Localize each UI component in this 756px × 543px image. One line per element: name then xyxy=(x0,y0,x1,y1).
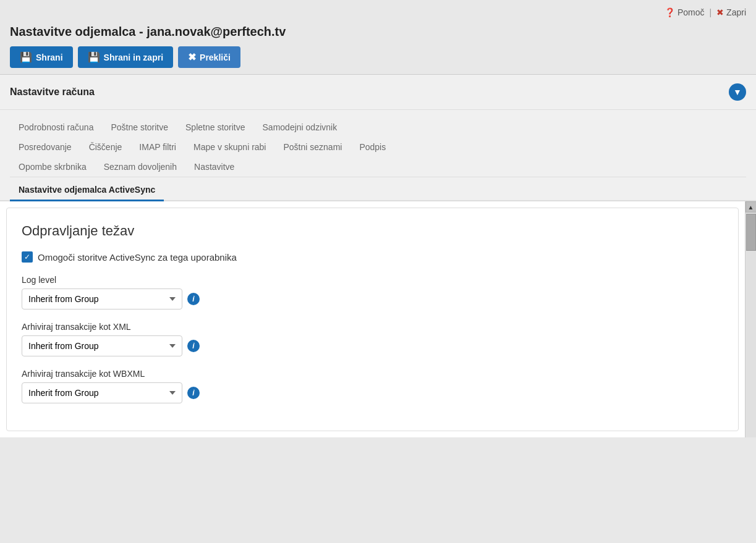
scrollbar[interactable]: ▲ xyxy=(745,201,756,437)
cancel-button[interactable]: ✖ Prekliči xyxy=(178,46,240,68)
topbar: ❓ Pomoč | ✖ Zapri xyxy=(0,0,756,22)
page-header: Nastavitve odjemalca - jana.novak@perfte… xyxy=(0,22,756,74)
toolbar: 💾 Shrani 💾 Shrani in zapri ✖ Prekliči xyxy=(10,46,746,68)
archive-wbxml-select[interactable]: Inherit from Group Yes No xyxy=(22,382,182,403)
tab-mape[interactable]: Mape v skupni rabi xyxy=(185,137,275,157)
save-close-button[interactable]: 💾 Shrani in zapri xyxy=(78,46,173,68)
archive-xml-label: Arhiviraj transakcije kot XML xyxy=(22,322,723,332)
tab-postni-seznami[interactable]: Poštni seznami xyxy=(274,137,350,157)
cancel-icon: ✖ xyxy=(188,51,196,63)
scroll-up-button[interactable]: ▲ xyxy=(745,201,757,213)
archive-xml-field: Arhiviraj transakcije kot XML Inherit fr… xyxy=(22,322,723,356)
help-label: Pomoč xyxy=(677,7,705,17)
save-label: Shrani xyxy=(36,53,63,62)
tab-imap[interactable]: IMAP filtri xyxy=(130,137,185,157)
archive-xml-row: Inherit from Group Yes No i xyxy=(22,335,723,356)
tab-samodejni[interactable]: Samodejni odzivnik xyxy=(254,117,346,137)
cancel-label: Prekliči xyxy=(200,53,231,62)
archive-wbxml-field: Arhiviraj transakcije kot WBXML Inherit … xyxy=(22,369,723,403)
log-level-row: Inherit from Group Error Warning Info De… xyxy=(22,288,723,309)
page-title: Nastavitve odjemalca - jana.novak@perfte… xyxy=(10,25,746,39)
archive-xml-select[interactable]: Inherit from Group Yes No xyxy=(22,335,182,356)
help-link[interactable]: ❓ Pomoč xyxy=(665,7,705,17)
log-level-info-icon[interactable]: i xyxy=(187,293,200,305)
close-link[interactable]: ✖ Zapri xyxy=(716,7,746,17)
log-level-field: Log level Inherit from Group Error Warni… xyxy=(22,275,723,309)
scroll-thumb[interactable] xyxy=(746,214,756,251)
close-circle-icon: ✖ xyxy=(716,7,724,17)
checkmark-icon: ✓ xyxy=(24,253,30,261)
tab-podpis[interactable]: Podpis xyxy=(350,137,394,157)
nav-tabs: Podrobnosti računa Poštne storitve Splet… xyxy=(0,110,756,201)
enable-activesync-label: Omogoči storitve ActiveSync za tega upor… xyxy=(38,252,237,263)
log-level-label: Log level xyxy=(22,275,723,285)
save-icon: 💾 xyxy=(20,51,32,63)
archive-wbxml-info-icon[interactable]: i xyxy=(187,387,200,399)
tab-postne[interactable]: Poštne storitve xyxy=(102,117,177,137)
tab-seznam[interactable]: Seznam dovoljenih xyxy=(95,157,185,177)
chevron-down-icon: ▼ xyxy=(733,87,742,97)
collapse-button[interactable]: ▼ xyxy=(729,83,746,101)
main-content: Odpravljanje težav ✓ Omogoči storitve Ac… xyxy=(0,201,745,437)
tab-activesync[interactable]: Nastavitve odjemalca ActiveSync xyxy=(10,180,164,201)
log-level-select[interactable]: Inherit from Group Error Warning Info De… xyxy=(22,288,182,309)
help-icon: ❓ xyxy=(665,7,675,17)
content-area: Nastavitve računa ▼ Podrobnosti računa P… xyxy=(0,74,756,437)
panel-title: Odpravljanje težav xyxy=(22,223,723,239)
archive-wbxml-row: Inherit from Group Yes No i xyxy=(22,382,723,403)
tab-posredovanje[interactable]: Posredovanje xyxy=(10,137,80,157)
tab-spletne[interactable]: Spletne storitve xyxy=(177,117,254,137)
close-label: Zapri xyxy=(726,7,746,17)
separator: | xyxy=(709,7,711,17)
section-title: Nastavitve računa xyxy=(10,86,95,98)
archive-xml-info-icon[interactable]: i xyxy=(187,340,200,352)
tab-ciscenje[interactable]: Čiščenje xyxy=(80,137,131,157)
enable-activesync-checkbox[interactable]: ✓ xyxy=(22,251,33,263)
tab-opombe[interactable]: Opombe skrbnika xyxy=(10,157,95,177)
save-close-label: Shrani in zapri xyxy=(104,53,163,62)
tab-podrobnosti[interactable]: Podrobnosti računa xyxy=(10,117,102,137)
section-header: Nastavitve računa ▼ xyxy=(0,75,756,110)
main-wrapper: Odpravljanje težav ✓ Omogoči storitve Ac… xyxy=(0,201,756,437)
inner-panel: Odpravljanje težav ✓ Omogoči storitve Ac… xyxy=(6,208,739,431)
enable-activesync-row: ✓ Omogoči storitve ActiveSync za tega up… xyxy=(22,251,723,263)
tab-nastavitve[interactable]: Nastavitve xyxy=(185,157,243,177)
save-button[interactable]: 💾 Shrani xyxy=(10,46,73,68)
save-close-icon: 💾 xyxy=(88,51,100,63)
archive-wbxml-label: Arhiviraj transakcije kot WBXML xyxy=(22,369,723,379)
